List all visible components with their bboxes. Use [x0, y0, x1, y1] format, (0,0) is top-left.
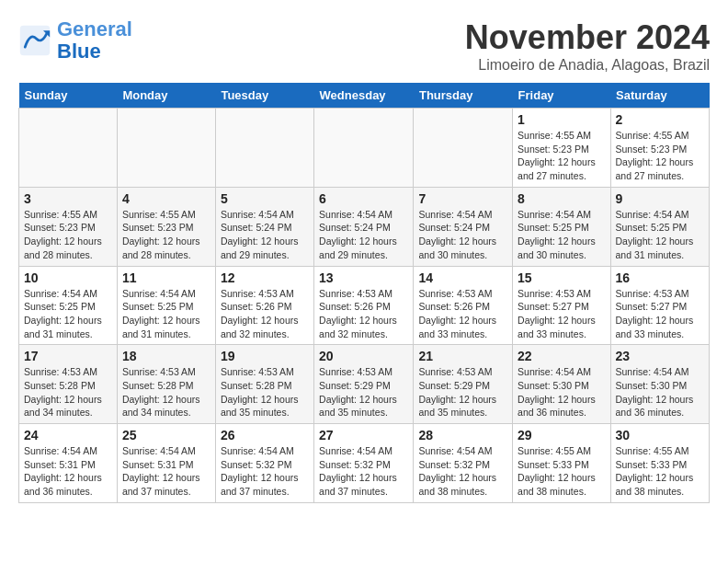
- day-info: Sunrise: 4:53 AM Sunset: 5:28 PM Dayligh…: [221, 365, 309, 419]
- day-number: 3: [24, 191, 112, 206]
- day-number: 1: [518, 112, 605, 127]
- day-info: Sunrise: 4:54 AM Sunset: 5:24 PM Dayligh…: [418, 208, 507, 262]
- calendar-cell: 13Sunrise: 4:53 AM Sunset: 5:26 PM Dayli…: [314, 266, 414, 345]
- calendar-week-row: 24Sunrise: 4:54 AM Sunset: 5:31 PM Dayli…: [19, 424, 710, 503]
- day-info: Sunrise: 4:54 AM Sunset: 5:32 PM Dayligh…: [418, 444, 507, 499]
- calendar-cell: 25Sunrise: 4:54 AM Sunset: 5:31 PM Dayli…: [117, 424, 215, 503]
- calendar-week-row: 10Sunrise: 4:54 AM Sunset: 5:25 PM Dayli…: [19, 266, 710, 345]
- day-number: 15: [518, 270, 605, 285]
- calendar-cell: 29Sunrise: 4:55 AM Sunset: 5:33 PM Dayli…: [513, 424, 610, 503]
- day-number: 21: [418, 349, 507, 363]
- calendar-cell: 26Sunrise: 4:54 AM Sunset: 5:32 PM Dayli…: [215, 424, 313, 503]
- day-info: Sunrise: 4:54 AM Sunset: 5:32 PM Dayligh…: [319, 444, 408, 499]
- calendar-week-row: 1Sunrise: 4:55 AM Sunset: 5:23 PM Daylig…: [19, 109, 710, 188]
- day-number: 17: [24, 349, 112, 363]
- day-info: Sunrise: 4:54 AM Sunset: 5:32 PM Dayligh…: [221, 444, 309, 499]
- calendar-cell: 18Sunrise: 4:53 AM Sunset: 5:28 PM Dayli…: [117, 345, 215, 424]
- day-info: Sunrise: 4:53 AM Sunset: 5:27 PM Dayligh…: [518, 287, 605, 341]
- day-info: Sunrise: 4:53 AM Sunset: 5:29 PM Dayligh…: [418, 365, 507, 419]
- weekday-header: Friday: [513, 83, 610, 109]
- calendar-cell: 10Sunrise: 4:54 AM Sunset: 5:25 PM Dayli…: [19, 266, 118, 345]
- day-number: 19: [221, 349, 309, 363]
- calendar-cell: 21Sunrise: 4:53 AM Sunset: 5:29 PM Dayli…: [414, 345, 513, 424]
- calendar-cell: [19, 109, 118, 188]
- calendar-cell: 14Sunrise: 4:53 AM Sunset: 5:26 PM Dayli…: [414, 266, 513, 345]
- calendar-cell: 1Sunrise: 4:55 AM Sunset: 5:23 PM Daylig…: [513, 109, 610, 188]
- weekday-header: Thursday: [414, 83, 513, 109]
- day-number: 25: [122, 428, 210, 442]
- day-info: Sunrise: 4:54 AM Sunset: 5:25 PM Dayligh…: [122, 287, 210, 341]
- calendar-cell: 27Sunrise: 4:54 AM Sunset: 5:32 PM Dayli…: [314, 424, 414, 503]
- weekday-header: Saturday: [610, 83, 709, 109]
- calendar-week-row: 17Sunrise: 4:53 AM Sunset: 5:28 PM Dayli…: [19, 345, 710, 424]
- day-info: Sunrise: 4:54 AM Sunset: 5:25 PM Dayligh…: [616, 208, 704, 262]
- calendar-cell: [215, 109, 313, 188]
- calendar-cell: 23Sunrise: 4:54 AM Sunset: 5:30 PM Dayli…: [610, 345, 709, 424]
- calendar-cell: [314, 109, 414, 188]
- calendar-cell: 3Sunrise: 4:55 AM Sunset: 5:23 PM Daylig…: [19, 187, 118, 266]
- day-number: 9: [616, 191, 704, 206]
- month-title: November 2024: [465, 18, 710, 57]
- day-info: Sunrise: 4:55 AM Sunset: 5:33 PM Dayligh…: [518, 444, 605, 499]
- svg-rect-0: [20, 26, 50, 55]
- calendar-cell: 19Sunrise: 4:53 AM Sunset: 5:28 PM Dayli…: [215, 345, 313, 424]
- calendar-cell: 17Sunrise: 4:53 AM Sunset: 5:28 PM Dayli…: [19, 345, 118, 424]
- day-number: 24: [24, 428, 112, 442]
- weekday-header: Wednesday: [314, 83, 414, 109]
- calendar-cell: 7Sunrise: 4:54 AM Sunset: 5:24 PM Daylig…: [414, 187, 513, 266]
- day-info: Sunrise: 4:55 AM Sunset: 5:23 PM Dayligh…: [24, 208, 112, 262]
- calendar-cell: 9Sunrise: 4:54 AM Sunset: 5:25 PM Daylig…: [610, 187, 709, 266]
- day-info: Sunrise: 4:53 AM Sunset: 5:28 PM Dayligh…: [24, 365, 112, 419]
- day-number: 7: [418, 191, 507, 206]
- day-number: 4: [122, 191, 210, 206]
- calendar-cell: 2Sunrise: 4:55 AM Sunset: 5:23 PM Daylig…: [610, 109, 709, 188]
- calendar-week-row: 3Sunrise: 4:55 AM Sunset: 5:23 PM Daylig…: [19, 187, 710, 266]
- day-number: 10: [24, 270, 112, 285]
- day-info: Sunrise: 4:54 AM Sunset: 5:25 PM Dayligh…: [518, 208, 605, 262]
- logo-icon: [18, 24, 51, 57]
- day-info: Sunrise: 4:53 AM Sunset: 5:28 PM Dayligh…: [122, 365, 210, 419]
- day-info: Sunrise: 4:54 AM Sunset: 5:31 PM Dayligh…: [24, 444, 112, 499]
- logo: General Blue: [18, 18, 132, 63]
- day-info: Sunrise: 4:54 AM Sunset: 5:24 PM Dayligh…: [221, 208, 309, 262]
- calendar-cell: 4Sunrise: 4:55 AM Sunset: 5:23 PM Daylig…: [117, 187, 215, 266]
- calendar-cell: 8Sunrise: 4:54 AM Sunset: 5:25 PM Daylig…: [513, 187, 610, 266]
- day-number: 11: [122, 270, 210, 285]
- day-number: 18: [122, 349, 210, 363]
- day-number: 26: [221, 428, 309, 442]
- day-number: 29: [518, 428, 605, 442]
- day-number: 22: [518, 349, 605, 363]
- calendar-cell: 22Sunrise: 4:54 AM Sunset: 5:30 PM Dayli…: [513, 345, 610, 424]
- day-info: Sunrise: 4:53 AM Sunset: 5:26 PM Dayligh…: [418, 287, 507, 341]
- day-info: Sunrise: 4:54 AM Sunset: 5:30 PM Dayligh…: [616, 365, 704, 419]
- day-number: 23: [616, 349, 704, 363]
- day-number: 28: [418, 428, 507, 442]
- day-number: 5: [221, 191, 309, 206]
- calendar-body: 1Sunrise: 4:55 AM Sunset: 5:23 PM Daylig…: [19, 109, 710, 503]
- day-info: Sunrise: 4:53 AM Sunset: 5:29 PM Dayligh…: [319, 365, 408, 419]
- page-header: General Blue November 2024 Limoeiro de A…: [18, 18, 710, 74]
- calendar-cell: 12Sunrise: 4:53 AM Sunset: 5:26 PM Dayli…: [215, 266, 313, 345]
- calendar-cell: 24Sunrise: 4:54 AM Sunset: 5:31 PM Dayli…: [19, 424, 118, 503]
- logo-general: General: [57, 17, 132, 40]
- calendar-cell: 16Sunrise: 4:53 AM Sunset: 5:27 PM Dayli…: [610, 266, 709, 345]
- logo-blue: Blue: [57, 40, 101, 63]
- day-number: 14: [418, 270, 507, 285]
- calendar-cell: 30Sunrise: 4:55 AM Sunset: 5:33 PM Dayli…: [610, 424, 709, 503]
- logo-text: General Blue: [57, 18, 132, 63]
- calendar-cell: 28Sunrise: 4:54 AM Sunset: 5:32 PM Dayli…: [414, 424, 513, 503]
- day-info: Sunrise: 4:55 AM Sunset: 5:23 PM Dayligh…: [518, 129, 605, 183]
- calendar-cell: [117, 109, 215, 188]
- calendar-cell: 6Sunrise: 4:54 AM Sunset: 5:24 PM Daylig…: [314, 187, 414, 266]
- title-block: November 2024 Limoeiro de Anadia, Alagoa…: [465, 18, 710, 74]
- day-info: Sunrise: 4:54 AM Sunset: 5:24 PM Dayligh…: [319, 208, 408, 262]
- calendar-header-row: SundayMondayTuesdayWednesdayThursdayFrid…: [19, 83, 710, 109]
- day-info: Sunrise: 4:54 AM Sunset: 5:31 PM Dayligh…: [122, 444, 210, 499]
- day-info: Sunrise: 4:55 AM Sunset: 5:23 PM Dayligh…: [616, 129, 704, 183]
- weekday-header: Sunday: [19, 83, 118, 109]
- day-info: Sunrise: 4:54 AM Sunset: 5:25 PM Dayligh…: [24, 287, 112, 341]
- calendar-cell: 5Sunrise: 4:54 AM Sunset: 5:24 PM Daylig…: [215, 187, 313, 266]
- day-number: 6: [319, 191, 408, 206]
- location: Limoeiro de Anadia, Alagoas, Brazil: [465, 57, 710, 74]
- day-info: Sunrise: 4:53 AM Sunset: 5:26 PM Dayligh…: [319, 287, 408, 341]
